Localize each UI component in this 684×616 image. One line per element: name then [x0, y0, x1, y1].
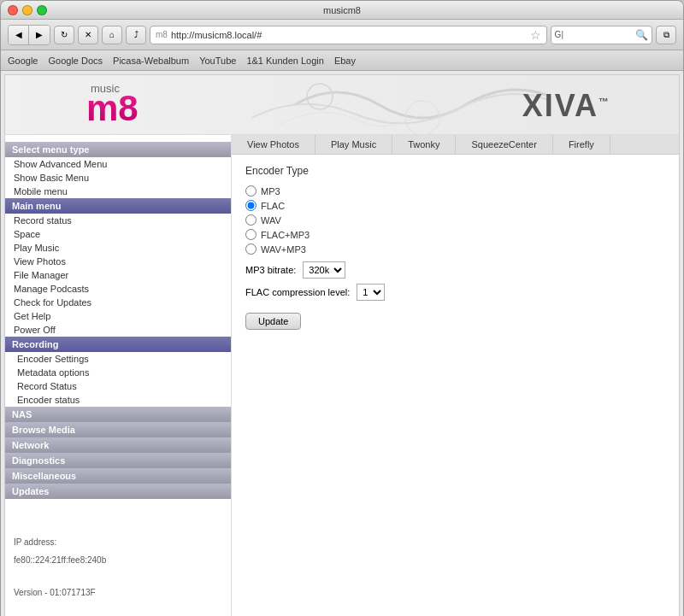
close-button[interactable] [8, 5, 18, 15]
bookmark-star-icon[interactable]: ☆ [530, 28, 541, 42]
title-bar: musicm8 [1, 1, 683, 20]
sidebar-item-get-help[interactable]: Get Help [5, 309, 231, 323]
address-icon: m8 [156, 30, 168, 39]
sidebar-item-play-music[interactable]: Play Music [5, 241, 231, 255]
ip-value: fe80::224:21ff:fee8:240b [14, 553, 222, 567]
bookmark-1and1[interactable]: 1&1 Kunden Login [246, 56, 324, 66]
encoder-type-radio-group: MP3 FLAC WAV FLAC+MP3 [245, 185, 665, 255]
window-title: musicm8 [323, 5, 361, 15]
radio-row-wav: WAV [245, 214, 665, 226]
forward-button[interactable]: ▶ [29, 26, 50, 44]
header-decoration [251, 75, 551, 135]
browser-window: musicm8 ◀ ▶ ↻ ✕ ⌂ ⤴ m8 http://musicm8.lo… [0, 0, 684, 616]
flac-compression-row: FLAC compression level: 1 2 3 4 5 [245, 284, 665, 301]
radio-row-flacmp3: FLAC+MP3 [245, 229, 665, 240]
share-button[interactable]: ⤴ [126, 26, 146, 44]
miscellaneous-header[interactable]: Miscellaneous [5, 468, 231, 484]
radio-flac[interactable] [245, 200, 256, 211]
tab-play-music[interactable]: Play Music [315, 135, 392, 154]
sidebar-item-metadata-options[interactable]: Metadata options [5, 366, 231, 379]
radio-row-flac: FLAC [245, 200, 665, 211]
sidebar: Select menu type Show Advanced Menu Show… [5, 135, 232, 616]
search-input[interactable] [565, 30, 634, 40]
radio-wavmp3-label[interactable]: WAV+MP3 [261, 244, 306, 255]
tab-firefly[interactable]: Firefly [553, 135, 610, 154]
flac-compression-select[interactable]: 1 2 3 4 5 [357, 284, 385, 301]
sidebar-item-space[interactable]: Space [5, 227, 231, 241]
mp3-bitrate-label: MP3 bitrate: [245, 265, 296, 275]
logo-m8-text: m8 [86, 91, 139, 126]
content-area: music m8 XIVA™ Select menu type Show Adv… [4, 74, 680, 616]
page-header: music m8 XIVA™ [5, 75, 679, 135]
encoder-section-title: Encoder Type [245, 165, 665, 177]
bookmark-picasa[interactable]: Picasa-Webalbum [113, 56, 189, 66]
network-header[interactable]: Network [5, 437, 231, 453]
sidebar-item-view-photos[interactable]: View Photos [5, 255, 231, 268]
search-engine-label: G| [555, 30, 563, 39]
stop-button[interactable]: ✕ [78, 26, 98, 44]
radio-flacmp3[interactable] [245, 229, 256, 240]
sidebar-item-record-status[interactable]: Record status [5, 214, 231, 227]
sidebar-item-power-off[interactable]: Power Off [5, 323, 231, 337]
main-menu-header[interactable]: Main menu [5, 198, 231, 214]
radio-row-mp3: MP3 [245, 185, 665, 197]
tab-twonky[interactable]: Twonky [392, 135, 456, 154]
radio-wav-label[interactable]: WAV [261, 215, 281, 226]
mp3-bitrate-select[interactable]: 128k 192k 256k 320k [303, 261, 345, 279]
sidebar-item-basic[interactable]: Show Basic Menu [5, 171, 231, 185]
sidebar-item-file-manager[interactable]: File Manager [5, 268, 231, 282]
maximize-button[interactable] [37, 5, 47, 15]
radio-mp3[interactable] [245, 185, 256, 197]
browse-media-header[interactable]: Browse Media [5, 422, 231, 437]
reload-button[interactable]: ↻ [54, 26, 74, 44]
sidebar-item-mobile[interactable]: Mobile menu [5, 185, 231, 198]
search-bar[interactable]: G| 🔍 [551, 26, 652, 44]
window-controls [8, 5, 47, 15]
diagnostics-header[interactable]: Diagnostics [5, 453, 231, 468]
sidebar-item-manage-podcasts[interactable]: Manage Podcasts [5, 282, 231, 296]
detach-button[interactable]: ⧉ [656, 26, 676, 44]
search-magnifier-icon: 🔍 [635, 29, 648, 41]
version-label: Version - 01:071713F [14, 585, 222, 600]
sidebar-item-advanced[interactable]: Show Advanced Menu [5, 157, 231, 171]
minimize-button[interactable] [22, 5, 32, 15]
radio-flac-label[interactable]: FLAC [261, 201, 285, 211]
bookmark-google-docs[interactable]: Google Docs [48, 56, 103, 66]
bookmark-google[interactable]: Google [8, 56, 38, 66]
tab-squeezecenter[interactable]: SqueezeCenter [456, 135, 552, 154]
bookmark-ebay[interactable]: Ebay [334, 56, 356, 66]
tab-view-photos[interactable]: View Photos [232, 135, 315, 154]
ip-label: IP address: [14, 535, 222, 549]
main-content: View Photos Play Music Twonky SqueezeCen… [232, 135, 679, 616]
radio-row-wavmp3: WAV+MP3 [245, 243, 665, 255]
sidebar-item-encoder-settings[interactable]: Encoder Settings [5, 352, 231, 366]
sidebar-item-check-updates[interactable]: Check for Updates [5, 296, 231, 309]
nav-group: ◀ ▶ [8, 25, 50, 45]
page-body: Select menu type Show Advanced Menu Show… [5, 135, 679, 616]
sidebar-item-record-status2[interactable]: Record Status [5, 379, 231, 393]
main-inner: Encoder Type MP3 FLAC WAV [232, 155, 679, 340]
sidebar-item-encoder-status[interactable]: Encoder status [5, 393, 231, 407]
updates-header[interactable]: Updates [5, 484, 231, 499]
update-button[interactable]: Update [245, 313, 301, 330]
flac-compression-label: FLAC compression level: [245, 287, 350, 297]
toolbar: ◀ ▶ ↻ ✕ ⌂ ⤴ m8 http://musicm8.local/# ☆ … [1, 20, 683, 50]
select-menu-type-header[interactable]: Select menu type [5, 142, 231, 157]
radio-wavmp3[interactable] [245, 243, 256, 255]
home-button[interactable]: ⌂ [102, 26, 122, 44]
mp3-bitrate-row: MP3 bitrate: 128k 192k 256k 320k [245, 261, 665, 279]
nas-header[interactable]: NAS [5, 407, 231, 422]
address-bar[interactable]: m8 http://musicm8.local/# ☆ [150, 26, 547, 44]
radio-mp3-label[interactable]: MP3 [261, 186, 280, 197]
footer-info: IP address: fe80::224:21ff:fee8:240b Ver… [5, 525, 231, 616]
bookmark-youtube[interactable]: YouTube [199, 56, 236, 66]
url-text: http://musicm8.local/# [171, 30, 527, 40]
recording-header[interactable]: Recording [5, 337, 231, 352]
logo-xiva-text: XIVA™ [522, 88, 610, 124]
tabs-bar: View Photos Play Music Twonky SqueezeCen… [232, 135, 679, 155]
radio-wav[interactable] [245, 214, 256, 226]
radio-flacmp3-label[interactable]: FLAC+MP3 [261, 230, 310, 240]
back-button[interactable]: ◀ [9, 26, 29, 44]
bookmarks-bar: Google Google Docs Picasa-Webalbum YouTu… [1, 50, 683, 71]
